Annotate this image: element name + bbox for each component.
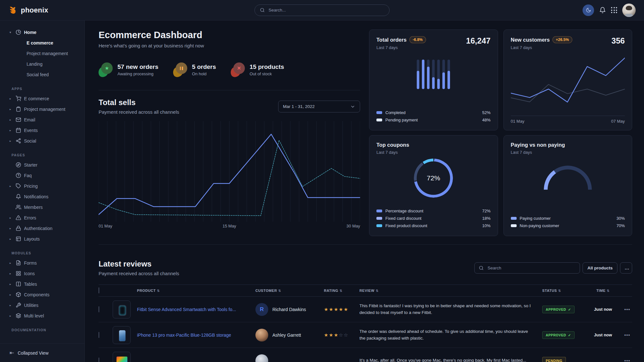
user-avatar[interactable] <box>622 4 636 17</box>
reviews-table: PRODUCT⇅CUSTOMER⇅RATING⇅REVIEW⇅STATUS⇅TI… <box>99 284 632 362</box>
sidebar-item-authentication[interactable]: ▸Authentication <box>0 223 85 234</box>
top-coupons-donut-chart: 72% <box>414 159 453 198</box>
reviews-table-header: PRODUCT⇅CUSTOMER⇅RATING⇅REVIEW⇅STATUS⇅TI… <box>99 284 632 297</box>
sort-icon[interactable]: ⇅ <box>558 289 561 292</box>
star-filled-icon: ★ <box>324 332 329 338</box>
main-content: Ecommerce Dashboard Here's what's going … <box>85 21 644 362</box>
card-period: Last 7 days <box>511 150 565 155</box>
help-circle-icon <box>16 173 21 178</box>
column-header-customer[interactable]: CUSTOMER⇅ <box>255 289 324 292</box>
select-all-checkbox[interactable] <box>99 287 99 293</box>
total-orders-bar-chart <box>417 60 450 89</box>
reviews-search-input[interactable] <box>487 265 576 271</box>
global-search-input[interactable] <box>268 7 384 13</box>
table-row[interactable]: iPhone 13 pro max-Pacific Blue-128GB sto… <box>99 322 632 348</box>
sidebar-item-events[interactable]: ▸Events <box>0 125 85 136</box>
brand[interactable]: phoenix <box>8 5 48 15</box>
product-image-laptop[interactable] <box>113 352 131 362</box>
sidebar-item-members[interactable]: Members <box>0 202 85 212</box>
search-icon <box>479 266 484 270</box>
column-header-product[interactable]: PRODUCT⇅ <box>137 289 255 292</box>
product-image-watch[interactable] <box>113 300 131 318</box>
sidebar-item-e-commerce[interactable]: ▸E commerce <box>0 93 85 104</box>
column-header-time[interactable]: TIME⇅ <box>590 289 616 292</box>
sidebar-item-forms[interactable]: ▸Forms <box>0 258 85 268</box>
customer-name: Ashley Garrett <box>272 333 301 338</box>
new-customers-x-axis: 01 May 07 May <box>511 119 625 124</box>
column-header-status[interactable]: STATUS⇅ <box>542 289 590 292</box>
sidebar-item-pricing[interactable]: ▸Pricing <box>0 181 85 191</box>
sidebar-subitem-project-management[interactable]: Project management <box>0 48 85 59</box>
reviews-more-button[interactable]: ... <box>620 262 632 274</box>
sidebar-item-icons[interactable]: ▸Icons <box>0 268 85 279</box>
sidebar-item-email[interactable]: ▸Email <box>0 114 85 125</box>
quick-stat-value: 5 orders <box>192 63 216 70</box>
quick-stats: ★57 new ordersAwating processing5 orders… <box>99 62 360 77</box>
sidebar-item-errors[interactable]: ▸Errors <box>0 212 85 223</box>
product-link[interactable]: iPhone 13 pro max-Pacific Blue-128GB sto… <box>137 333 255 338</box>
wrench-icon <box>16 302 21 308</box>
columns-icon <box>16 281 21 287</box>
row-customer-cell: Ashley Garrett <box>255 329 324 341</box>
sidebar-item-project-management[interactable]: ▸Project management <box>0 104 85 114</box>
sidebar-item-label: Home <box>24 30 36 35</box>
sidebar-subitem-social-feed[interactable]: Social feed <box>0 69 85 80</box>
row-checkbox[interactable] <box>99 332 99 338</box>
x-blob-icon: ✕ <box>231 62 245 77</box>
sidebar-item-faq[interactable]: Faq <box>0 170 85 181</box>
dashboard-left-column: Ecommerce Dashboard Here's what's going … <box>99 29 360 236</box>
table-row[interactable]: It's a Mac, after all. Once you've gone … <box>99 348 632 362</box>
date-range-select[interactable]: Mar 1 - 31, 2022 <box>278 101 360 112</box>
quick-stat-out-of-stock: ✕15 productsOut of stock <box>231 62 284 77</box>
chevron-right-icon: ▸ <box>10 97 14 100</box>
notifications-bell-icon[interactable] <box>599 7 606 13</box>
all-products-filter-button[interactable]: All products <box>583 262 617 274</box>
shopping-cart-icon <box>16 96 21 101</box>
sidebar-subitem-landing[interactable]: Landing <box>0 59 85 69</box>
sort-icon[interactable]: ⇅ <box>607 289 610 292</box>
file-text-icon <box>16 260 21 266</box>
table-row[interactable]: Fitbit Sense Advanced Smartwatch with To… <box>99 297 632 322</box>
legend-item-fixed-product-discount: Fixed product discount10% <box>376 222 491 229</box>
sort-icon[interactable]: ⇅ <box>376 289 379 292</box>
sidebar-item-starter[interactable]: Starter <box>0 160 85 170</box>
theme-toggle-moon-icon[interactable] <box>583 4 594 16</box>
row-status-cell: APPROVED✓ <box>542 331 590 339</box>
sidebar-item-multi-level[interactable]: ▸Multi level <box>0 310 85 321</box>
sidebar-item-tables[interactable]: ▸Tables <box>0 279 85 289</box>
star-filled-icon: ★ <box>339 307 343 312</box>
paying-legend: Paying customer30%Non-paying customer70% <box>511 215 625 229</box>
product-image-phone[interactable] <box>113 326 131 344</box>
collapse-view-button[interactable]: ⇤ Collapsed View <box>0 343 85 362</box>
legend-value: 48% <box>482 118 490 122</box>
sidebar-item-layouts[interactable]: ▸Layouts <box>0 234 85 244</box>
legend-value: 18% <box>482 216 490 221</box>
product-link[interactable]: Fitbit Sense Advanced Smartwatch with To… <box>137 307 255 312</box>
sidebar-item-components[interactable]: ▸Components <box>0 289 85 300</box>
reviews-controls: All products ... <box>474 262 632 274</box>
sort-icon[interactable]: ⇅ <box>157 289 160 292</box>
legend-label: Percentage discount <box>385 209 423 213</box>
row-actions-menu[interactable]: ••• <box>616 307 632 312</box>
sort-icon[interactable]: ⇅ <box>278 289 281 292</box>
row-actions-menu[interactable]: ••• <box>616 332 632 338</box>
sidebar-item-notifications[interactable]: Notifications <box>0 191 85 202</box>
legend-item-completed: Completed52% <box>376 109 491 116</box>
box-icon <box>16 292 21 297</box>
row-checkbox[interactable] <box>99 306 99 312</box>
sidebar-nav: ▾HomeE commerceProject managementLanding… <box>0 21 85 343</box>
column-header-review[interactable]: REVIEW⇅ <box>359 289 542 292</box>
sidebar-item-utilities[interactable]: ▸Utilities <box>0 300 85 310</box>
sidebar-item-home[interactable]: ▾Home <box>0 27 85 37</box>
row-checkbox[interactable] <box>99 358 99 362</box>
bar <box>447 60 450 89</box>
legend-label: Fixed card discount <box>385 216 422 221</box>
apps-grid-icon[interactable] <box>611 7 617 13</box>
page-title: Ecommerce Dashboard <box>99 29 360 40</box>
row-actions-menu[interactable]: ••• <box>616 358 632 362</box>
status-badge: APPROVED✓ <box>542 306 575 313</box>
sort-icon[interactable]: ⇅ <box>340 289 342 292</box>
column-header-rating[interactable]: RATING⇅ <box>324 289 359 292</box>
sidebar-item-social[interactable]: ▸Social <box>0 136 85 146</box>
sidebar-subitem-e-commerce[interactable]: E commerce <box>0 37 85 48</box>
